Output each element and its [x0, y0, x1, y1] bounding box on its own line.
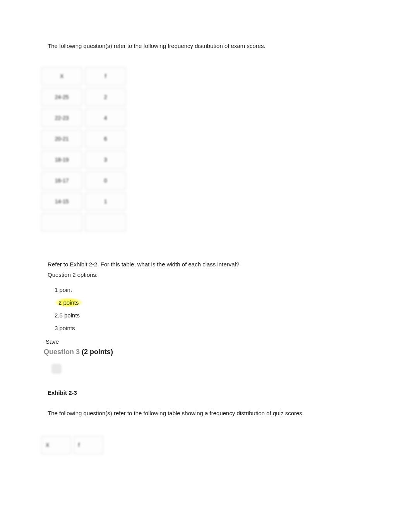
table-header-x: X	[41, 67, 82, 85]
table-row	[41, 213, 126, 232]
cell-f: 1	[85, 192, 126, 211]
option-2[interactable]: 2 points	[48, 296, 411, 309]
cell-f: 3	[85, 150, 126, 169]
placeholder-icon	[51, 364, 62, 374]
option-label: 2 points	[55, 298, 83, 307]
option-4[interactable]: 3 points	[48, 322, 411, 334]
cell-f: 4	[85, 109, 126, 127]
option-1[interactable]: 1 point	[48, 283, 411, 296]
question-3-icon-area	[44, 363, 411, 380]
option-label: 1 point	[55, 286, 72, 293]
cell-x: 16-17	[41, 171, 82, 190]
option-label: 3 points	[55, 325, 75, 331]
page-content: The following question(s) refer to the f…	[0, 0, 411, 532]
option-3[interactable]: 2.5 points	[48, 309, 411, 322]
question-number: Question 3	[44, 348, 82, 356]
intro-text-1: The following question(s) refer to the f…	[48, 43, 411, 49]
table-row: X f	[41, 436, 104, 454]
table-row: 18-19 3	[41, 150, 126, 169]
table-header-x: X	[41, 436, 71, 454]
cell-f: 0	[85, 171, 126, 190]
cell-x: 20-21	[41, 130, 82, 148]
question-2-prompt: Refer to Exhibit 2-2. For this table, wh…	[48, 261, 411, 268]
question-2-options-label: Question 2 options:	[48, 271, 411, 278]
cell-f	[85, 213, 126, 232]
cell-f: 6	[85, 130, 126, 148]
table-row: 20-21 6	[41, 130, 126, 148]
cell-x	[41, 213, 82, 232]
table-row: X f	[41, 67, 126, 85]
table-header-f: f	[85, 67, 126, 85]
cell-x: 22-23	[41, 109, 82, 127]
intro-text-2: The following question(s) refer to the f…	[48, 410, 411, 416]
table-header-f: f	[74, 436, 104, 454]
frequency-table-2: X f	[39, 433, 106, 457]
frequency-table-1: X f 24-25 2 22-23 4 20-21 6 18-19 3 16-1…	[39, 65, 128, 234]
cell-x: 14-15	[41, 192, 82, 211]
save-button[interactable]: Save	[46, 338, 411, 345]
exhibit-3-title: Exhibit 2-3	[48, 389, 411, 396]
question-points: (2 points)	[82, 348, 113, 356]
option-label: 2.5 points	[55, 312, 80, 319]
table-row: 16-17 0	[41, 171, 126, 190]
cell-x: 24-25	[41, 88, 82, 106]
table-row: 14-15 1	[41, 192, 126, 211]
question-2-options: 1 point 2 points 2.5 points 3 points	[48, 283, 411, 334]
question-3-heading: Question 3 (2 points)	[44, 348, 411, 356]
table-row: 24-25 2	[41, 88, 126, 106]
table-row: 22-23 4	[41, 109, 126, 127]
cell-f: 2	[85, 88, 126, 106]
cell-x: 18-19	[41, 150, 82, 169]
